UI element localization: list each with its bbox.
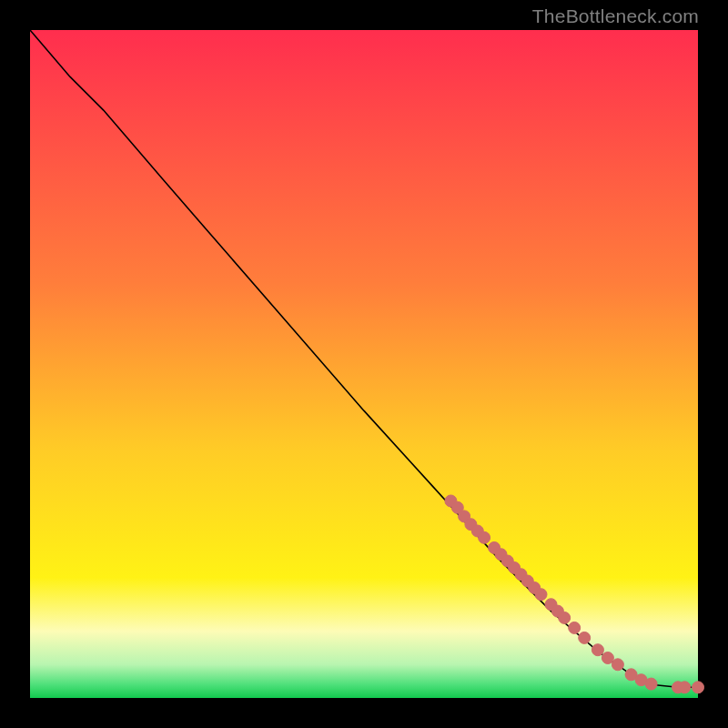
highlight-dot <box>535 589 547 601</box>
highlight-dot <box>559 612 571 623</box>
highlight-dot <box>569 622 581 633</box>
chart-overlay-svg <box>30 30 698 698</box>
highlight-dot <box>479 531 490 543</box>
highlight-dot <box>679 682 691 693</box>
highlight-dots-group <box>445 495 704 693</box>
highlight-dot <box>645 678 657 690</box>
highlight-dot <box>612 659 623 671</box>
bottleneck-curve <box>30 30 698 687</box>
watermark-text: TheBottleneck.com <box>532 5 699 27</box>
highlight-dot <box>592 644 603 656</box>
highlight-dot <box>579 632 591 643</box>
chart-stage: TheBottleneck.com <box>0 0 728 728</box>
highlight-dot <box>602 652 613 664</box>
highlight-dot <box>693 682 704 693</box>
